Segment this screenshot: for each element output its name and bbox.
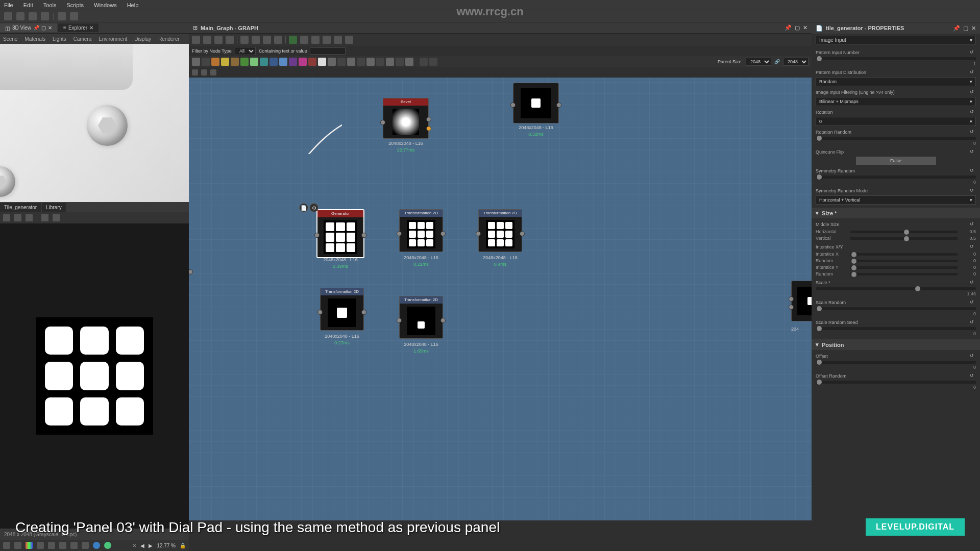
reset-icon[interactable]: ↺ <box>970 188 976 194</box>
slider-scale[interactable] <box>816 287 976 290</box>
slider-random-y[interactable] <box>850 273 958 276</box>
swap-icon[interactable] <box>300 36 308 44</box>
close-icon[interactable]: ✕ <box>971 25 976 32</box>
undo-icon[interactable] <box>58 12 66 20</box>
palette-g6[interactable] <box>405 58 413 66</box>
tile-preview[interactable] <box>0 223 189 529</box>
sub-tool-1[interactable] <box>192 69 198 76</box>
properties-body[interactable]: Pattern Input Number↺ 1 Pattern Input Di… <box>812 46 980 551</box>
filter-text-input[interactable] <box>310 47 346 55</box>
palette-g3[interactable] <box>347 58 355 66</box>
input-port[interactable] <box>397 231 402 236</box>
palette-teal[interactable] <box>260 58 268 66</box>
reset-icon[interactable]: ↺ <box>970 244 976 250</box>
palette-dg2[interactable] <box>337 58 346 66</box>
palette-dg3[interactable] <box>357 58 365 66</box>
redo-icon[interactable] <box>70 12 78 20</box>
slider-symmetry-random[interactable] <box>816 176 976 179</box>
home-icon[interactable] <box>4 12 12 20</box>
input-port[interactable] <box>476 231 481 236</box>
reset-icon[interactable]: ↺ <box>970 319 976 325</box>
view-tab-materials[interactable]: Materials <box>24 36 45 42</box>
palette-white[interactable] <box>318 58 326 66</box>
reset-icon[interactable]: ↺ <box>970 69 976 76</box>
reset-icon[interactable]: ↺ <box>970 299 976 306</box>
palette-green[interactable] <box>240 58 249 66</box>
reset-icon[interactable]: ↺ <box>970 129 976 135</box>
palette-dgray[interactable] <box>202 58 210 66</box>
settings-icon[interactable] <box>323 36 331 44</box>
graph-edge-port[interactable] <box>189 269 193 274</box>
close-icon[interactable]: ✕ <box>89 25 93 31</box>
palette-dg4[interactable] <box>376 58 384 66</box>
tab-3d-view[interactable]: ◫ 3D View 📌 ▢ ✕ <box>0 23 57 32</box>
slider-scale-random[interactable] <box>816 307 976 310</box>
palette-gray[interactable] <box>192 58 200 66</box>
target-icon[interactable] <box>203 36 211 44</box>
node-mini-doc-icon[interactable]: 📄 <box>299 203 308 212</box>
toggle-quincunx[interactable]: False <box>856 157 936 165</box>
align-icon[interactable] <box>263 36 271 44</box>
slider-vertical[interactable] <box>850 237 958 240</box>
select-pattern-distribution[interactable]: Random▾ <box>816 77 976 86</box>
ruler-icon[interactable] <box>59 542 66 549</box>
info-icon[interactable] <box>226 36 234 44</box>
link-icon[interactable] <box>252 36 260 44</box>
tab-library[interactable]: Library <box>42 203 66 212</box>
pin-icon[interactable]: 📌 <box>33 25 39 31</box>
palette-yellow[interactable] <box>221 58 229 66</box>
node-transform-a[interactable]: Transformation 2D <box>399 209 443 252</box>
section-position[interactable]: ▾Position <box>812 339 980 350</box>
output-port[interactable] <box>440 318 446 323</box>
node-transform-c[interactable]: Transformation 2D <box>320 288 364 331</box>
output-port[interactable] <box>440 231 446 236</box>
input-port[interactable] <box>380 120 385 125</box>
node-tile-generator[interactable]: 📄 ⚙ Generator <box>316 209 364 258</box>
frame-icon[interactable] <box>274 36 282 44</box>
tab-explorer[interactable]: ≡ Explorer ✕ <box>58 23 99 32</box>
select-symmetry-mode[interactable]: Horizontal + Vertical▾ <box>816 195 976 205</box>
parent-size-h[interactable]: 2048 <box>783 58 808 66</box>
layers-icon[interactable] <box>3 542 10 549</box>
prev-icon[interactable]: ◀ <box>140 543 144 548</box>
menu-windows[interactable]: Windows <box>94 2 117 8</box>
output-port-1[interactable] <box>426 117 431 122</box>
palette-orange[interactable] <box>211 58 219 66</box>
window-icon[interactable]: ▢ <box>795 24 800 31</box>
input-port[interactable] <box>510 103 516 108</box>
reset-icon[interactable]: ↺ <box>970 280 976 286</box>
palette-red[interactable] <box>308 58 316 66</box>
palette-blue[interactable] <box>270 58 278 66</box>
option2-icon[interactable] <box>53 214 60 221</box>
rgb-icon[interactable] <box>26 542 33 549</box>
slider-random-x[interactable] <box>850 260 958 262</box>
slider-interstice-x[interactable] <box>850 253 958 256</box>
refresh-icon[interactable] <box>311 36 320 44</box>
slider-pattern-input-number[interactable] <box>816 57 976 60</box>
blue-dot-icon[interactable] <box>93 542 100 549</box>
text-icon[interactable] <box>214 36 223 44</box>
reset-icon[interactable]: ↺ <box>970 109 976 115</box>
python-icon[interactable] <box>289 36 297 44</box>
output-port[interactable] <box>361 310 366 315</box>
close-preview-icon[interactable]: ✕ <box>132 543 136 548</box>
reset-icon[interactable]: ↺ <box>970 221 976 228</box>
view-tab-display[interactable]: Display <box>134 36 151 42</box>
node-mini-gear-icon[interactable]: ⚙ <box>309 203 318 212</box>
palette-dg5[interactable] <box>396 58 404 66</box>
view-tab-scene[interactable]: Scene <box>3 36 17 42</box>
slider-offset-random[interactable] <box>816 381 976 384</box>
input-port-2[interactable] <box>789 305 794 310</box>
select-rotation[interactable]: 0▾ <box>816 117 976 126</box>
palette-brown[interactable] <box>231 58 239 66</box>
reset-icon[interactable]: ↺ <box>970 168 976 174</box>
graph-canvas[interactable]: Bevel 2048x2048 - L16 22.77ms 2048x2048 … <box>189 78 812 520</box>
view-icon[interactable] <box>345 36 353 44</box>
view-tab-environment[interactable]: Environment <box>99 36 127 42</box>
menu-tools[interactable]: Tools <box>43 2 57 8</box>
sub-tool-3[interactable] <box>210 69 216 76</box>
menu-file[interactable]: File <box>4 2 13 8</box>
filter-type-select[interactable]: All <box>235 47 256 55</box>
output-port[interactable] <box>361 233 366 238</box>
node-transform-d[interactable]: Transformation 2D <box>399 296 443 339</box>
